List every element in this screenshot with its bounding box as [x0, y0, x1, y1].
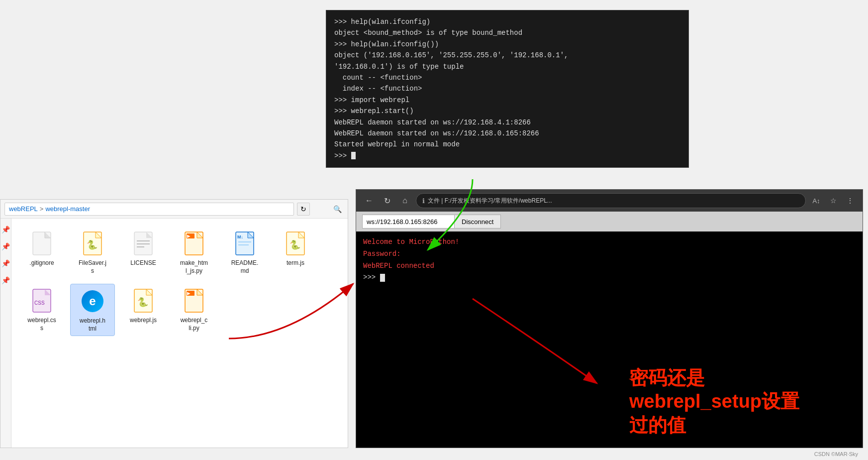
file-label: .gitignore [29, 259, 54, 267]
explorer-toolbar: webREPL > webrepl-master ↻ 🔍 [0, 200, 348, 219]
terminal-line: object ('192.168.0.165', '255.255.255.0'… [334, 50, 680, 61]
path-segment[interactable]: webREPL [9, 205, 38, 213]
file-icon-makepy: ▶ [182, 230, 206, 257]
webrepl-url-input[interactable] [362, 215, 455, 229]
svg-text:▶: ▶ [187, 291, 191, 296]
file-item-webrepl-js[interactable]: 🐍 webrepl.js [121, 284, 166, 336]
terminal-line: object <bound_method> is of type bound_m… [334, 27, 680, 38]
terminal-line: WebREPL daemon started on ws://192.168.4… [334, 117, 680, 128]
pin-icon-1: 📌 [0, 225, 11, 234]
file-item-webrepl-cli[interactable]: ▶ webrepl_cli.py [172, 284, 216, 336]
explorer-search-button[interactable]: 🔍 [331, 203, 344, 216]
terminal-line: index -- <function> [334, 83, 680, 94]
watermark: CSDN ©MAR·Sky [814, 451, 858, 457]
file-item-makepy[interactable]: ▶ make_html_js.py [172, 227, 216, 278]
file-item-filesaver[interactable]: 🐍 FileSaver.js [70, 227, 115, 278]
browser-toolbar: ← ↻ ⌂ ℹ 文件 | F:/开发板资料学习/常用软件/webREPL... … [356, 190, 863, 212]
file-label: webrepl.css [27, 317, 56, 332]
file-label: make_html_js.py [180, 259, 208, 275]
terminal-line: Started webrepl in normal mode [334, 139, 680, 150]
security-icon: ℹ [422, 197, 425, 205]
micropython-terminal: >>> help(wlan.ifconfig) object <bound_me… [326, 10, 689, 168]
browser-more-button[interactable]: ⋮ [844, 194, 857, 207]
address-text: 文件 | F:/开发板资料学习/常用软件/webREPL... [428, 197, 552, 205]
svg-text:🐍: 🐍 [289, 239, 301, 250]
terminal-line: >>> help(wlan.ifconfig()) [334, 39, 680, 50]
file-label: FileSaver.js [79, 259, 106, 275]
explorer-file-grid: .gitignore 🐍 FileSaver.js [11, 219, 348, 448]
terminal-line: >>> [363, 272, 856, 284]
file-icon-readme: M↓ [233, 230, 257, 257]
file-icon-filesaver: 🐍 [81, 230, 104, 257]
pin-icon-4: 📌 [0, 275, 11, 285]
pin-icon-3: 📌 [0, 258, 11, 268]
terminal-line: Password: [363, 248, 856, 260]
file-explorer: webREPL > webrepl-master ↻ 🔍 📌 📌 📌 📌 [0, 199, 348, 448]
svg-text:M↓: M↓ [237, 234, 243, 239]
svg-text:🐍: 🐍 [87, 239, 98, 250]
file-item-gitignore[interactable]: .gitignore [19, 227, 64, 278]
pin-icon-2: 📌 [0, 241, 11, 251]
terminal-line: Welcome to MicroPython! [363, 236, 856, 248]
edge-icon: e [82, 290, 103, 312]
svg-text:▶: ▶ [187, 234, 191, 238]
file-icon-license [131, 230, 155, 257]
svg-text:🐍: 🐍 [137, 297, 149, 308]
svg-text:CSS: CSS [34, 300, 45, 306]
browser-refresh-button[interactable]: ↻ [380, 194, 394, 208]
webrepl-disconnect-button[interactable]: Disconnect [455, 215, 501, 229]
terminal-line: WebREPL connected [363, 260, 856, 272]
terminal-line: >>> [334, 150, 680, 161]
terminal-line: >>> webrepl.start() [334, 106, 680, 116]
file-label: webrepl_cli.py [181, 317, 208, 332]
explorer-refresh-button[interactable]: ↻ [297, 203, 310, 216]
file-icon-webrepl-css: CSS [30, 287, 54, 315]
file-item-webrepl-css[interactable]: CSS webrepl.css [19, 284, 64, 336]
browser-home-button[interactable]: ⌂ [398, 194, 412, 208]
annotation-text: 密码还是webrepl_setup设置过的值 [629, 366, 818, 438]
browser-address-bar[interactable]: ℹ 文件 | F:/开发板资料学习/常用软件/webREPL... [416, 193, 806, 208]
terminal-line: >>> import webrepl [334, 95, 680, 106]
terminal-line: '192.168.0.1') is of type tuple [334, 61, 680, 72]
file-label: webrepl.js [130, 317, 157, 325]
file-icon-webrepl-cli: ▶ [182, 287, 206, 315]
terminal-line: >>> help(wlan.ifconfig) [334, 16, 680, 27]
file-item-readme[interactable]: M↓ README.md [222, 227, 267, 278]
file-item-webrepl-html[interactable]: e webrepl.html [70, 284, 115, 336]
file-icon-webrepl-js: 🐍 [131, 287, 155, 315]
browser-read-mode-button[interactable]: A↕ [810, 194, 823, 207]
file-label: term.js [287, 259, 304, 267]
webrepl-connect-bar: Disconnect [356, 212, 863, 231]
terminal-line: count -- <function> [334, 72, 680, 83]
file-item-termjs[interactable]: 🐍 term.js [273, 227, 318, 278]
file-icon-webrepl-html: e [81, 287, 104, 315]
file-icon-gitignore [30, 230, 54, 257]
path-segment[interactable]: webrepl-master [45, 205, 90, 213]
terminal-line: WebREPL daemon started on ws://192.168.0… [334, 128, 680, 139]
file-label: LICENSE [130, 259, 156, 267]
browser-back-button[interactable]: ← [362, 194, 376, 208]
file-label: README.md [231, 259, 259, 275]
file-label: webrepl.html [80, 317, 105, 333]
explorer-path: webREPL > webrepl-master [4, 203, 294, 216]
browser-favorites-button[interactable]: ☆ [827, 194, 840, 207]
path-separator: > [40, 205, 44, 213]
file-item-license[interactable]: LICENSE [121, 227, 166, 278]
file-icon-termjs: 🐍 [284, 230, 307, 257]
